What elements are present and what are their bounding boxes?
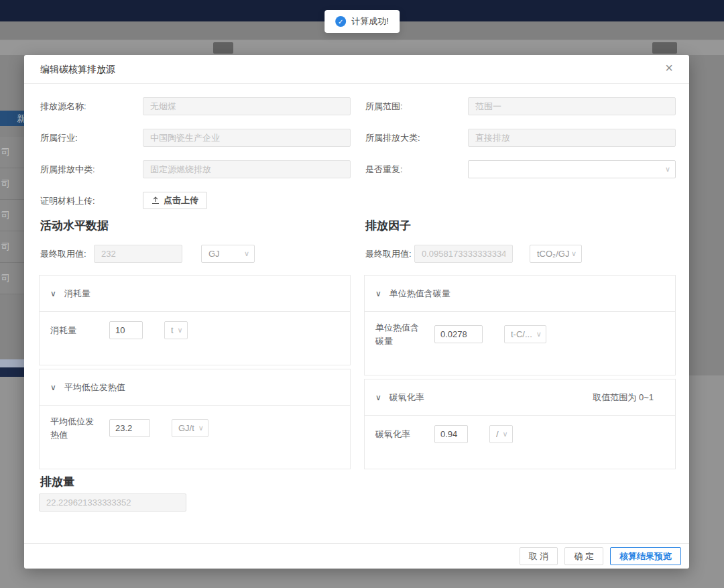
- oxidation-rate-panel-header[interactable]: ∨ 碳氧化率 取值范围为 0~1: [365, 379, 675, 416]
- major-category-input: [468, 129, 676, 147]
- heating-value-panel-header[interactable]: ∨ 平均低位发热值: [40, 369, 350, 406]
- oxidation-rate-panel: ∨ 碳氧化率 取值范围为 0~1 碳氧化率 / ∨: [364, 379, 676, 469]
- screen: 新增 司 司 司 司 司 ✓ 计算成功! 编辑碳核算排放源 × 排放源名称: 所…: [0, 0, 724, 588]
- emission-section-title: 排放量: [40, 474, 74, 489]
- heating-value-panel-body: 平均低位发热值 GJ/t ∨: [40, 406, 350, 441]
- heating-value-unit-select[interactable]: GJ/t ∨: [172, 419, 208, 437]
- toast-success: ✓ 计算成功!: [324, 10, 400, 33]
- upload-icon: [152, 196, 160, 204]
- chevron-down-icon: ∨: [571, 250, 577, 257]
- dialog-footer: 取 消 确 定 核算结果预览: [24, 543, 689, 569]
- consumption-panel-title: 消耗量: [64, 288, 90, 300]
- toast-message: 计算成功!: [351, 15, 389, 27]
- medium-category-label: 所属排放中类:: [40, 160, 95, 178]
- activity-section-title: 活动水平数据: [40, 218, 109, 233]
- chevron-down-icon: ∨: [198, 424, 204, 432]
- scope-label: 所属范围:: [365, 97, 403, 115]
- oxidation-rate-range-note: 取值范围为 0~1: [593, 392, 654, 404]
- dialog-header: 编辑碳核算排放源 ×: [24, 55, 689, 84]
- oxidation-rate-unit-select[interactable]: / ∨: [489, 425, 513, 443]
- activity-final-unit-value: GJ: [208, 249, 220, 259]
- oxidation-rate-panel-title: 碳氧化率: [389, 392, 424, 404]
- major-category-label: 所属排放大类:: [365, 129, 420, 147]
- chevron-down-icon: ∨: [503, 430, 508, 438]
- success-check-icon: ✓: [335, 16, 346, 27]
- upload-button[interactable]: 点击上传: [143, 192, 207, 209]
- activity-final-unit-select: GJ ∨: [201, 245, 255, 263]
- chevron-down-icon: ∨: [375, 393, 381, 402]
- carbon-content-panel-header[interactable]: ∨ 单位热值含碳量: [365, 276, 675, 312]
- oxidation-rate-input[interactable]: [434, 425, 468, 443]
- upload-label: 证明材料上传:: [40, 192, 95, 210]
- chevron-down-icon: ∨: [665, 166, 670, 173]
- carbon-content-input[interactable]: [434, 325, 483, 343]
- cancel-button[interactable]: 取 消: [520, 547, 558, 565]
- oxidation-rate-field-label: 碳氧化率: [375, 428, 422, 441]
- activity-final-input: [94, 245, 182, 263]
- medium-category-input: [143, 160, 351, 178]
- carbon-content-panel: ∨ 单位热值含碳量 单位热值含碳量 t-C/... ∨: [364, 275, 676, 375]
- oxidation-rate-unit-value: /: [496, 429, 499, 439]
- heating-value-unit-value: GJ/t: [178, 423, 194, 433]
- carbon-content-panel-title: 单位热值含碳量: [389, 288, 450, 300]
- close-icon[interactable]: ×: [661, 61, 677, 77]
- consumption-field-label: 消耗量: [50, 324, 97, 337]
- consumption-panel: ∨ 消耗量 消耗量 t ∨: [39, 275, 351, 365]
- factor-final-unit-value: tCO₂/GJ: [537, 249, 569, 259]
- factor-section-title: 排放因子: [365, 218, 411, 233]
- consumption-panel-body: 消耗量 t ∨: [40, 312, 350, 339]
- confirm-button[interactable]: 确 定: [564, 547, 603, 565]
- edit-emission-source-dialog: 编辑碳核算排放源 × 排放源名称: 所属范围: 所属行业: 所属排放大类: 所属…: [24, 55, 689, 569]
- carbon-content-field-label: 单位热值含碳量: [375, 321, 422, 347]
- heating-value-input[interactable]: [109, 419, 150, 437]
- source-name-input: [143, 97, 351, 115]
- upload-button-label: 点击上传: [164, 194, 198, 207]
- consumption-unit-value: t: [171, 325, 174, 335]
- source-name-label: 排放源名称:: [40, 97, 86, 115]
- industry-input: [143, 129, 351, 147]
- chevron-down-icon: ∨: [178, 327, 183, 334]
- carbon-content-panel-body: 单位热值含碳量 t-C/... ∨: [365, 312, 675, 347]
- factor-final-input: [414, 245, 513, 263]
- consumption-panel-header[interactable]: ∨ 消耗量: [40, 276, 350, 312]
- scope-input: [468, 97, 676, 115]
- heating-value-panel-title: 平均低位发热值: [64, 381, 125, 394]
- consumption-unit-select[interactable]: t ∨: [164, 321, 188, 339]
- industry-label: 所属行业:: [40, 129, 78, 147]
- preview-result-button[interactable]: 核算结果预览: [610, 547, 681, 565]
- chevron-down-icon: ∨: [536, 331, 542, 338]
- heating-value-panel: ∨ 平均低位发热值 平均低位发热值 GJ/t ∨: [39, 369, 351, 469]
- factor-final-unit-select: tCO₂/GJ ∨: [530, 245, 582, 263]
- consumption-input[interactable]: [109, 321, 143, 339]
- chevron-down-icon: ∨: [375, 289, 381, 298]
- heating-value-field-label: 平均低位发热值: [50, 415, 97, 441]
- dialog-title: 编辑碳核算排放源: [40, 64, 115, 76]
- carbon-content-unit-value: t-C/...: [511, 329, 532, 339]
- duplicate-select[interactable]: ∨: [468, 160, 676, 178]
- activity-final-label: 最终取用值:: [40, 245, 86, 263]
- chevron-down-icon: ∨: [50, 383, 56, 392]
- emission-amount-input: [39, 493, 186, 512]
- duplicate-label: 是否重复:: [365, 160, 403, 178]
- chevron-down-icon: ∨: [50, 289, 56, 298]
- chevron-down-icon: ∨: [244, 250, 249, 257]
- factor-final-label: 最终取用值:: [365, 245, 412, 263]
- oxidation-rate-panel-body: 碳氧化率 / ∨: [365, 416, 675, 443]
- carbon-content-unit-select[interactable]: t-C/... ∨: [504, 325, 546, 343]
